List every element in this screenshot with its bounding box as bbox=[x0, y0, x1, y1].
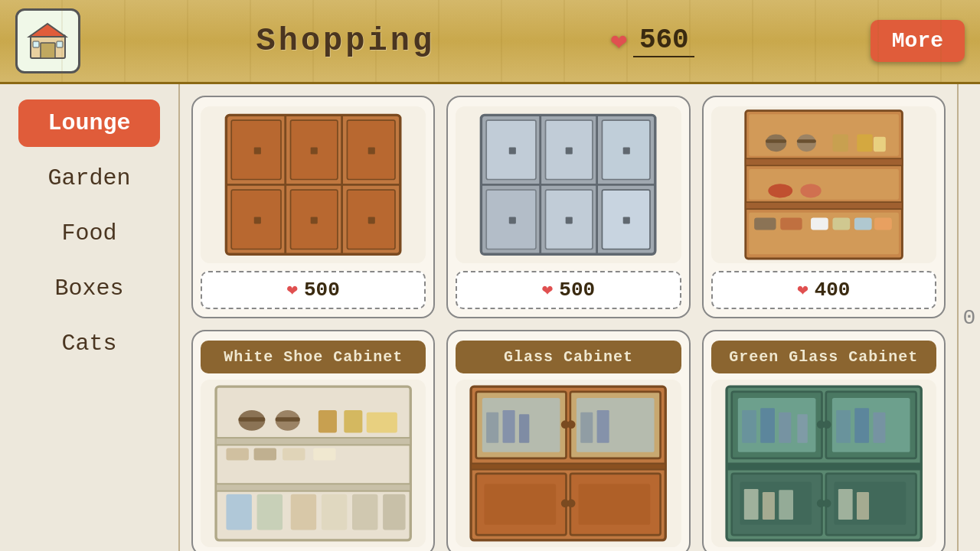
sidebar-item-cats[interactable]: Cats bbox=[18, 320, 160, 367]
svg-rect-103 bbox=[742, 410, 756, 443]
sidebar-item-boxes[interactable]: Boxes bbox=[18, 265, 160, 312]
svg-rect-66 bbox=[344, 410, 362, 432]
header: Shopping ❤️ 560 More bbox=[0, 0, 980, 84]
page-title: Shopping bbox=[256, 23, 435, 60]
scroll-text: 0 bbox=[963, 306, 976, 330]
svg-rect-60 bbox=[216, 484, 410, 491]
svg-rect-117 bbox=[838, 489, 853, 520]
svg-marker-1 bbox=[29, 24, 66, 37]
svg-point-120 bbox=[822, 420, 831, 429]
scroll-indicator: 0 bbox=[957, 84, 980, 551]
currency-value: 560 bbox=[633, 24, 694, 57]
shop-item-glass-cabinet-2[interactable]: Glass Cabinet bbox=[446, 330, 690, 551]
item-name-badge: White Shoe Cabinet bbox=[201, 341, 426, 373]
price-value: 500 bbox=[304, 279, 340, 302]
item-image bbox=[201, 106, 426, 263]
svg-rect-104 bbox=[760, 408, 775, 442]
svg-rect-52 bbox=[754, 218, 776, 230]
svg-rect-106 bbox=[797, 414, 807, 442]
item-image-partial bbox=[711, 380, 936, 547]
svg-rect-46 bbox=[797, 139, 816, 143]
svg-rect-53 bbox=[780, 218, 802, 230]
svg-rect-38 bbox=[745, 158, 902, 165]
item-image-partial bbox=[456, 380, 681, 547]
svg-rect-56 bbox=[854, 218, 872, 230]
svg-rect-20 bbox=[368, 217, 375, 223]
svg-rect-62 bbox=[239, 417, 266, 421]
item-name: Glass Cabinet bbox=[504, 348, 633, 366]
shop-item-glass-cabinet[interactable]: ❤️ 500 bbox=[446, 96, 690, 318]
svg-rect-36 bbox=[623, 217, 630, 223]
svg-rect-44 bbox=[766, 139, 786, 143]
svg-rect-107 bbox=[836, 410, 851, 443]
svg-rect-88 bbox=[597, 410, 609, 443]
svg-rect-98 bbox=[727, 463, 921, 469]
svg-rect-92 bbox=[579, 484, 651, 525]
item-name: Green Glass Cabinet bbox=[729, 348, 918, 366]
svg-rect-87 bbox=[581, 412, 593, 442]
svg-rect-64 bbox=[276, 417, 300, 421]
svg-rect-34 bbox=[509, 217, 516, 223]
svg-rect-79 bbox=[471, 463, 665, 469]
svg-rect-75 bbox=[322, 494, 347, 530]
item-image-partial bbox=[201, 380, 426, 547]
svg-rect-2 bbox=[41, 43, 55, 58]
price-heart-icon: ❤️ bbox=[797, 279, 808, 301]
sidebar: Lounge Garden Food Boxes Cats bbox=[0, 84, 180, 551]
svg-rect-118 bbox=[857, 492, 869, 520]
svg-rect-84 bbox=[486, 412, 498, 442]
svg-rect-59 bbox=[216, 438, 410, 445]
svg-rect-18 bbox=[254, 217, 261, 223]
svg-rect-55 bbox=[832, 218, 850, 230]
currency-area: ❤️ 560 bbox=[611, 24, 695, 58]
svg-rect-86 bbox=[519, 414, 529, 442]
svg-rect-65 bbox=[318, 410, 337, 432]
shop-grid: ❤️ 500 bbox=[180, 84, 957, 551]
svg-rect-33 bbox=[623, 147, 630, 154]
svg-rect-116 bbox=[779, 490, 793, 520]
svg-rect-39 bbox=[745, 202, 902, 209]
price-value: 400 bbox=[815, 279, 851, 302]
price-heart-icon: ❤️ bbox=[542, 279, 553, 301]
svg-point-122 bbox=[822, 499, 831, 507]
svg-point-96 bbox=[567, 499, 576, 507]
price-badge: ❤️ 500 bbox=[201, 271, 426, 309]
svg-rect-77 bbox=[383, 494, 405, 530]
more-button[interactable]: More bbox=[871, 20, 965, 62]
svg-rect-16 bbox=[311, 147, 318, 154]
shop-item-shoe-cabinet[interactable]: ❤️ 400 bbox=[702, 96, 946, 318]
home-button[interactable] bbox=[15, 8, 80, 73]
heart-icon: ❤️ bbox=[611, 24, 628, 58]
item-image bbox=[711, 106, 936, 263]
item-name: White Shoe Cabinet bbox=[224, 348, 403, 366]
price-badge: ❤️ 400 bbox=[711, 271, 936, 309]
shop-item-white-shoe-cabinet[interactable]: White Shoe Cabinet bbox=[191, 330, 435, 551]
svg-rect-15 bbox=[254, 147, 261, 154]
shop-item-brown-cabinet[interactable]: ❤️ 500 bbox=[191, 96, 435, 318]
svg-rect-67 bbox=[367, 412, 397, 432]
shop-item-green-glass-cabinet[interactable]: Green Glass Cabinet bbox=[702, 330, 946, 551]
svg-rect-47 bbox=[832, 134, 848, 152]
sidebar-item-garden[interactable]: Garden bbox=[18, 155, 160, 202]
svg-rect-114 bbox=[743, 489, 758, 520]
sidebar-item-food[interactable]: Food bbox=[18, 210, 160, 257]
price-badge: ❤️ 500 bbox=[456, 271, 681, 309]
item-name-badge: Glass Cabinet bbox=[456, 341, 681, 373]
svg-rect-85 bbox=[503, 410, 515, 443]
sidebar-item-lounge[interactable]: Lounge bbox=[18, 99, 160, 147]
svg-point-51 bbox=[800, 184, 821, 197]
svg-point-50 bbox=[768, 184, 792, 197]
svg-rect-49 bbox=[874, 137, 886, 152]
svg-rect-73 bbox=[257, 494, 283, 530]
svg-rect-57 bbox=[874, 218, 892, 230]
svg-rect-115 bbox=[763, 492, 775, 520]
item-image bbox=[456, 106, 681, 263]
svg-rect-108 bbox=[854, 408, 869, 442]
svg-rect-35 bbox=[566, 217, 573, 223]
svg-rect-72 bbox=[226, 494, 251, 530]
svg-rect-4 bbox=[57, 41, 63, 47]
svg-rect-91 bbox=[485, 484, 557, 525]
svg-rect-105 bbox=[779, 412, 791, 442]
svg-point-94 bbox=[567, 420, 576, 429]
svg-rect-32 bbox=[566, 147, 573, 154]
